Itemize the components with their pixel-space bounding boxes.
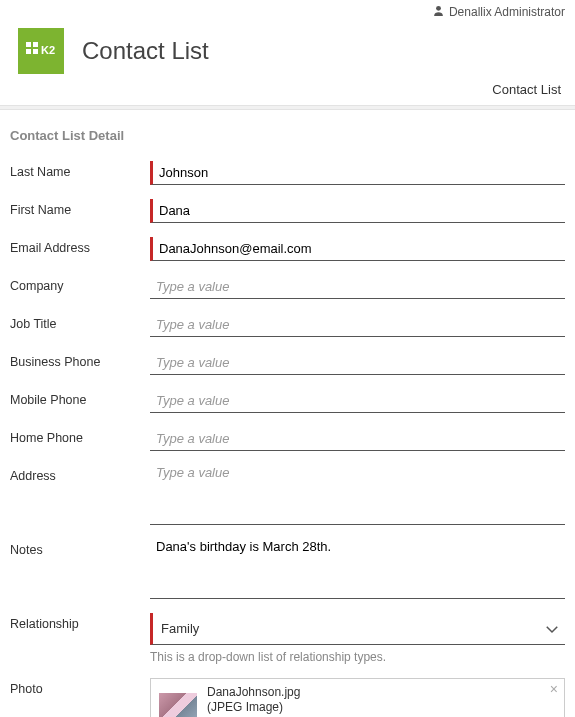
last-name-field[interactable] <box>150 161 565 185</box>
job-title-field[interactable] <box>150 313 565 337</box>
header: K2 Contact List <box>0 20 575 82</box>
svg-rect-4 <box>33 49 38 54</box>
attachment-type: (JPEG Image) <box>207 700 300 715</box>
label-home-phone: Home Phone <box>10 427 150 445</box>
relationship-helper: This is a drop-down list of relationship… <box>150 650 565 664</box>
first-name-field[interactable] <box>150 199 565 223</box>
svg-rect-2 <box>26 49 31 54</box>
breadcrumb: Contact List <box>0 82 575 105</box>
form: Last Name First Name Email Address Compa… <box>0 161 575 717</box>
label-business-phone: Business Phone <box>10 351 150 369</box>
svg-point-0 <box>436 6 441 11</box>
section-title: Contact List Detail <box>0 128 575 161</box>
user-icon <box>432 4 449 20</box>
label-company: Company <box>10 275 150 293</box>
photo-attachment[interactable]: DanaJohnson.jpg (JPEG Image) 41.88 KB × <box>150 678 565 717</box>
svg-rect-3 <box>33 42 38 47</box>
mobile-phone-field[interactable] <box>150 389 565 413</box>
home-phone-field[interactable] <box>150 427 565 451</box>
breadcrumb-text[interactable]: Contact List <box>492 82 561 97</box>
app-logo: K2 <box>18 28 64 74</box>
user-label[interactable]: Denallix Administrator <box>449 5 565 19</box>
page-title: Contact List <box>82 37 209 65</box>
close-icon[interactable]: × <box>550 682 558 696</box>
relationship-value: Family <box>159 617 201 640</box>
email-field[interactable] <box>150 237 565 261</box>
label-notes: Notes <box>10 539 150 557</box>
label-address: Address <box>10 465 150 483</box>
relationship-select[interactable]: Family <box>150 613 565 645</box>
label-mobile-phone: Mobile Phone <box>10 389 150 407</box>
topbar: Denallix Administrator <box>0 0 575 20</box>
company-field[interactable] <box>150 275 565 299</box>
notes-field[interactable] <box>150 539 565 599</box>
label-photo: Photo <box>10 678 150 696</box>
chevron-down-icon <box>543 620 561 638</box>
attachment-name: DanaJohnson.jpg <box>207 685 300 700</box>
business-phone-field[interactable] <box>150 351 565 375</box>
label-last-name: Last Name <box>10 161 150 179</box>
attachment-thumbnail <box>159 693 197 718</box>
attachment-meta: DanaJohnson.jpg (JPEG Image) 41.88 KB <box>207 685 300 717</box>
label-relationship: Relationship <box>10 613 150 631</box>
label-email: Email Address <box>10 237 150 255</box>
divider <box>0 105 575 110</box>
address-field[interactable] <box>150 465 565 525</box>
label-job-title: Job Title <box>10 313 150 331</box>
label-first-name: First Name <box>10 199 150 217</box>
svg-rect-1 <box>26 42 31 47</box>
svg-text:K2: K2 <box>41 44 55 56</box>
